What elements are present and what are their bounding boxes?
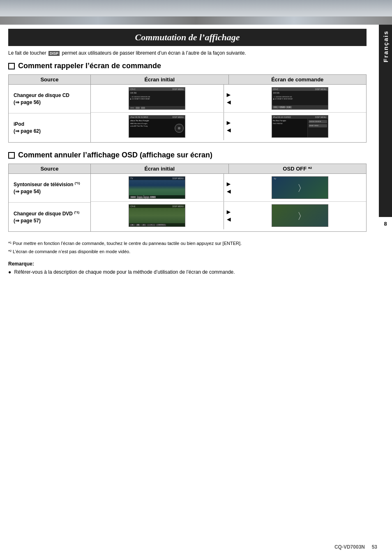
footnote-1: *¹ Pour mettre en fonction l’écran de co… (8, 240, 367, 247)
ipod-commande-display: iPod 06:16 013/822 DISP MENU The Best To… (272, 115, 328, 138)
page-footer-number: 53 (372, 544, 377, 550)
section2-heading: Comment annuler l’affichage OSD (afficha… (8, 151, 367, 159)
diagram1-body: Changeur de disque CD (⇒ page 56) iPod (… (9, 85, 366, 142)
source-cd-label: Changeur de disque CD (⇒ page 56) (14, 92, 69, 106)
dvd-osd-display: 〉 (272, 204, 328, 227)
intro-pre: Le fait de toucher (8, 50, 46, 56)
tv-pr-btn: V PRESET (143, 196, 149, 198)
ipod-initial-display: iPod 06:56 013/822 DISP MENU album The B… (129, 115, 185, 138)
cc-btn-3: SCAN (286, 106, 292, 108)
dvd-initial-screen: CH-E DISP MENU ▶ ▮▮ ▮ ••• V ASPECT (91, 202, 224, 229)
hand-icon-dvd: 〉 (298, 211, 301, 220)
tv-tv-btn: TV (150, 196, 156, 198)
dvd-btn-4: ••• (147, 224, 155, 226)
ipc-top: iPod 06:16 013/822 DISP MENU (272, 115, 328, 119)
screens-container-2: TV DISP MENU BAND < CHANN V PRESET TV (91, 174, 366, 231)
header-initial-2: Écran initial (91, 164, 229, 173)
source-item-tv: Syntoniseur de télévision (*1) (⇒ page 5… (9, 174, 90, 203)
arrow-dvd: ► ► (224, 202, 234, 229)
model-number: CQ-VD7003N (334, 544, 365, 550)
intro-paragraph: Le fait de toucher DISP permet aux utili… (8, 50, 367, 56)
language-label: Français (382, 30, 389, 62)
ipod-text: album The Best Tonight BBB Wonderful Ton… (129, 119, 175, 137)
dvd-btn-2: ▮▮ (136, 224, 141, 226)
cd-middle: 04:56 ♪ 10 GEDGE DENSON GE ▶ 10 WHAT'S N… (129, 91, 185, 101)
header-osd: OSD OFF *² (229, 164, 367, 173)
tv-bottom: BAND < CHANN V PRESET TV (129, 195, 185, 199)
ipc-btn-1: GEDGE DENSON (309, 120, 327, 123)
ipc-left: The Best Tonight THE FRIEND (272, 119, 307, 137)
ipod-commande-screen: iPod 06:16 013/822 DISP MENU The Best To… (233, 113, 366, 140)
cd-commande-bottom: DISC FORWARD SCAN (272, 105, 328, 109)
screen-row-cd: CH-C DISP MENU 04:56 ♪ 10 GEDGE DENSON G… (91, 85, 366, 113)
cd-commande-top: CH-C DISP MENU (272, 88, 328, 91)
tv-initial-screen: TV DISP MENU BAND < CHANN V PRESET TV (91, 174, 224, 201)
footnote-2: *² L’écran de commande n’est pas disponi… (8, 248, 367, 256)
cd-top-bar: CH-C DISP MENU (129, 88, 185, 91)
arrow-tv: ► ► (224, 174, 234, 201)
remark-text: ● Référer-vous à la description de chaqu… (8, 268, 367, 276)
remark-title: Remarque: (8, 261, 367, 267)
diagram2-body: Syntoniseur de télévision (*1) (⇒ page 5… (9, 174, 366, 231)
source-column-1: Changeur de disque CD (⇒ page 56) iPod (… (9, 85, 91, 142)
header-initial-1: Écran initial (91, 75, 229, 84)
tv-top: TV DISP MENU (129, 177, 185, 180)
dvd-bottom: ▶ ▮▮ ▮ ••• V ASPECT (129, 223, 185, 226)
cd-commande-body: 04:56 ♪ 1 GEDGE DENSON GE ▶ 10 WHAT'S NE… (272, 91, 328, 101)
arrow-ipod: ► ► (224, 113, 234, 140)
dvd-btn-5: V ASPECT (156, 224, 166, 226)
ipc-btn-2: WHAT'S NEW (309, 124, 327, 127)
source-item-ipod: iPod (⇒ page 62) (9, 113, 90, 142)
cd-commande-display: CH-C DISP MENU 04:56 ♪ 1 GEDGE DENSON GE… (272, 87, 328, 110)
dvd-btn-1: ▶ (130, 224, 135, 226)
diagram2-header: Source Écran initial OSD OFF *² (9, 164, 366, 174)
checkbox-icon-2 (8, 152, 15, 159)
section1-title: Comment rappeler l’écran de commande (18, 62, 161, 70)
screen-row-tv: TV DISP MENU BAND < CHANN V PRESET TV (91, 174, 366, 202)
screen-row-ipod: iPod 06:56 013/822 DISP MENU album The B… (91, 113, 366, 140)
bullet-icon: ● (8, 269, 11, 275)
page-number: 8 (379, 217, 392, 230)
ipc-body: The Best Tonight THE FRIEND GEDGE DENSON… (272, 119, 328, 137)
source-item-dvd: Changeur de disque DVD (*1) (⇒ page 57) (9, 203, 90, 231)
bottom-footer: CQ-VD7003N 53 (334, 544, 377, 550)
tv-band-btn: BAND (130, 196, 136, 198)
dvd-btn-3: ▮ (141, 224, 146, 226)
screens-container-1: CH-C DISP MENU 04:56 ♪ 10 GEDGE DENSON G… (91, 85, 366, 142)
source-ipod-label: iPod (⇒ page 62) (14, 121, 41, 135)
cd-btn-2 (141, 107, 145, 109)
ipod-top: iPod 06:56 013/822 DISP MENU (129, 115, 185, 119)
ipc-right: GEDGE DENSON WHAT'S NEW (307, 119, 328, 137)
diagram1-header: Source Écran initial Écran de commande (9, 75, 366, 85)
section2-title: Comment annuler l’affichage OSD (afficha… (18, 151, 212, 159)
header-source-2: Source (9, 164, 91, 173)
section2-diagram: Source Écran initial OSD OFF *² Syntonis… (8, 164, 367, 232)
remark-body: Référer-vous à la description de chaque … (14, 269, 235, 275)
page-title: Commutation de l’affichage (8, 29, 367, 46)
cc-btn-1: DISC (273, 106, 279, 108)
dvd-top: CH-E DISP MENU (129, 205, 185, 208)
dvd-initial-display: CH-E DISP MENU ▶ ▮▮ ▮ ••• V ASPECT (129, 204, 185, 227)
remark-section: Remarque: ● Référer-vous à la descriptio… (8, 261, 367, 276)
source-tv-label: Syntoniseur de télévision (*1) (⇒ page 5… (14, 181, 80, 195)
cd-initial-screen: CH-C DISP MENU 04:56 ♪ 10 GEDGE DENSON G… (91, 85, 224, 112)
hand-icon-tv: 〉 (298, 183, 301, 192)
main-content: Commutation de l’affichage Le fait de to… (0, 25, 379, 284)
tv-osd-display: TV 〉 (272, 176, 328, 199)
arrow-cd: ► ► (224, 85, 234, 112)
fn2-text: *² L’écran de commande n’est pas disponi… (8, 249, 130, 254)
ipod-disc (175, 124, 184, 133)
ipod-body: album The Best Tonight BBB Wonderful Ton… (129, 119, 185, 137)
source-dvd-label: Changeur de disque DVD (*1) (⇒ page 57) (14, 210, 79, 224)
checkbox-icon-1 (8, 63, 15, 69)
dvd-osd-screen: 〉 (233, 202, 366, 229)
cc-btn-2: FORWARD (279, 106, 285, 108)
cd-bottom-bar: DISC (129, 106, 185, 109)
page-tab: Français 8 (379, 25, 392, 230)
header-source-1: Source (9, 75, 91, 84)
source-item-cd: Changeur de disque CD (⇒ page 56) (9, 85, 90, 113)
intro-post: permet aux utilisateurs de passer librem… (62, 50, 246, 56)
cd-btn (136, 107, 140, 109)
footnotes: *¹ Pour mettre en fonction l’écran de co… (8, 240, 367, 255)
header-commande-1: Écran de commande (229, 75, 367, 84)
